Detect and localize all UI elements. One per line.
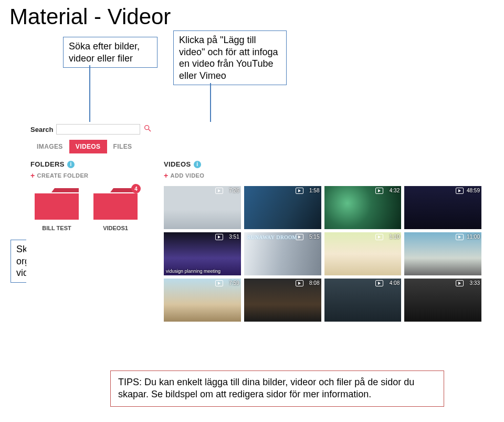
video-grid: 7:261:584:3248:593:51vidusign planning m… (164, 186, 481, 322)
video-duration: 7:59 (229, 280, 239, 286)
create-folder-button[interactable]: + CREATE FOLDER (30, 171, 151, 180)
tab-videos[interactable]: VIDEOS (69, 140, 107, 153)
videos-column: VIDEOS i + ADD VIDEO 7:261:584:3248:593:… (164, 160, 481, 322)
video-thumb[interactable]: 5:15RUNAWAY DROOM (244, 232, 321, 275)
plus-icon: + (164, 171, 169, 180)
video-duration: 1:10 (390, 234, 400, 240)
folder-icon: 4 (91, 186, 140, 222)
folder-icon (33, 186, 81, 222)
video-duration: 4:32 (390, 188, 400, 193)
play-icon (375, 280, 383, 286)
svg-line-1 (149, 129, 151, 131)
info-icon[interactable]: i (67, 161, 75, 168)
play-icon (375, 234, 383, 240)
search-input[interactable] (56, 124, 140, 135)
app-panel: Search IMAGES VIDEOS FILES FOLDERS i + C… (26, 122, 486, 322)
video-duration: 3:33 (470, 280, 480, 286)
video-thumb[interactable]: 4:32 (324, 186, 402, 229)
video-overlay-text: RUNAWAY DROOM (247, 234, 297, 240)
video-thumb[interactable]: 8:08 (244, 279, 321, 322)
video-thumb[interactable]: 48:59 (404, 186, 481, 229)
add-video-label: ADD VIDEO (171, 172, 205, 179)
play-icon (456, 234, 464, 240)
folder-label: BILL TEST (42, 225, 71, 231)
play-icon (456, 280, 464, 286)
video-duration: 11:00 (467, 234, 480, 240)
video-thumb[interactable]: 7:26 (164, 186, 241, 229)
search-row: Search (26, 122, 486, 140)
video-duration: 7:26 (229, 188, 239, 193)
video-thumb[interactable]: 11:00 (404, 232, 481, 275)
tips-text: TIPS: Du kan enkelt lägga till dina bild… (118, 377, 414, 399)
video-thumb[interactable]: 1:58 (244, 186, 321, 229)
video-duration: 4:08 (390, 280, 400, 286)
folder-badge: 4 (131, 184, 141, 193)
svg-point-0 (145, 126, 149, 130)
page-title: Material - Videor (0, 0, 504, 29)
video-duration: 3:51 (229, 234, 239, 240)
tab-images[interactable]: IMAGES (30, 140, 69, 153)
videos-title: VIDEOS (164, 160, 191, 168)
callout-search-text: Söka efter bilder, videor eller filer (69, 41, 140, 64)
video-thumb[interactable]: 7:59 (164, 279, 241, 322)
play-icon (215, 280, 223, 286)
search-icon[interactable] (143, 124, 152, 135)
tips-box: TIPS: Du kan enkelt lägga till dina bild… (110, 370, 444, 407)
video-thumb[interactable]: 4:08 (324, 279, 402, 322)
plus-icon: + (30, 171, 35, 180)
svg-rect-3 (93, 193, 138, 220)
create-folder-label: CREATE FOLDER (37, 172, 89, 179)
play-icon (296, 280, 303, 286)
folders-column: FOLDERS i + CREATE FOLDER BILL TEST 4 (30, 160, 151, 322)
add-video-button[interactable]: + ADD VIDEO (164, 171, 481, 180)
folders-header: FOLDERS i (30, 160, 151, 168)
folder-item[interactable]: BILL TEST (30, 186, 83, 231)
content-row: FOLDERS i + CREATE FOLDER BILL TEST 4 (26, 154, 486, 322)
tab-files[interactable]: FILES (107, 140, 139, 153)
folder-row: BILL TEST 4 VIDEOS1 (30, 186, 151, 231)
video-thumb[interactable]: 1:10 (324, 232, 402, 275)
video-thumb[interactable]: 3:33 (404, 279, 481, 322)
svg-rect-2 (35, 193, 79, 220)
folder-label: VIDEOS1 (103, 225, 128, 231)
video-duration: 1:58 (309, 188, 319, 193)
videos-header: VIDEOS i (164, 160, 481, 168)
callout-addvideo: Klicka på "Lägg till video" och för att … (173, 30, 287, 85)
video-title: vidusign planning meeting (166, 269, 220, 274)
play-icon (215, 234, 223, 240)
callout-search: Söka efter bilder, videor eller filer (63, 37, 158, 68)
info-icon[interactable]: i (194, 161, 201, 168)
video-duration: 8:08 (309, 280, 319, 286)
video-duration: 48:59 (467, 188, 480, 193)
play-icon (215, 188, 223, 194)
play-icon (375, 188, 383, 194)
play-icon (456, 188, 464, 194)
folder-item[interactable]: 4 VIDEOS1 (89, 186, 142, 231)
search-label: Search (30, 126, 53, 133)
tabs-row: IMAGES VIDEOS FILES (26, 140, 486, 154)
video-thumb[interactable]: 3:51vidusign planning meeting (164, 232, 241, 275)
folders-title: FOLDERS (30, 160, 65, 168)
play-icon (296, 188, 303, 194)
callout-addvideo-text: Klicka på "Lägg till video" och för att … (179, 35, 278, 81)
video-duration: 5:15 (309, 234, 319, 240)
